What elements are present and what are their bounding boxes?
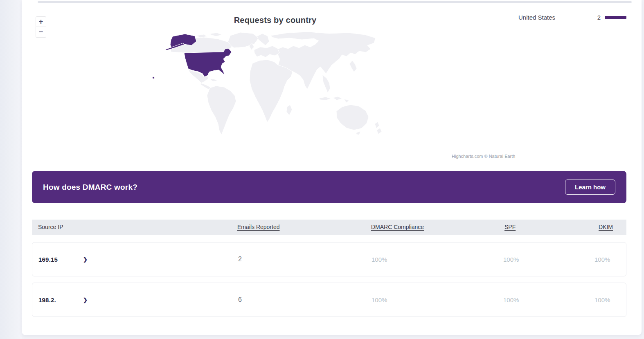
world-map-svg [147, 31, 417, 157]
map-hawaii-highlighted [153, 77, 155, 79]
plus-icon: + [39, 18, 43, 26]
map-tasmania [356, 131, 360, 135]
map-new-zealand [377, 128, 382, 134]
dmarc-compliance-value: 100% [372, 256, 387, 263]
column-header-source-ip: Source IP [38, 220, 63, 235]
map-zoom-controls: + − [36, 16, 46, 38]
map-japan [349, 61, 357, 72]
section-divider [38, 1, 632, 3]
map-africa [250, 60, 293, 122]
page-background-strip [0, 0, 22, 339]
dkim-value: 100% [594, 296, 610, 303]
map-arctic-island [196, 34, 207, 38]
chevron-right-icon[interactable]: ❯ [83, 297, 88, 303]
map-madagascar [286, 105, 292, 115]
map-indonesia [319, 97, 331, 100]
world-map-chart[interactable] [147, 31, 417, 157]
map-new-zealand [375, 122, 379, 128]
table-row[interactable]: 198.2. ❯ 6 100% 100% 100% [32, 283, 626, 317]
source-ip-value: 169.15 [38, 256, 58, 263]
map-new-guinea [344, 99, 349, 103]
dmarc-compliance-value: 100% [372, 296, 387, 303]
highcharts-attribution: Highcharts.com © Natural Earth [452, 154, 515, 159]
dmarc-info-banner: How does DMARC work? Learn how [32, 171, 626, 203]
map-legend: United States 2 [518, 13, 626, 21]
source-ip-value: 198.2. [38, 296, 56, 303]
map-greenland [227, 32, 259, 48]
zoom-out-button[interactable]: − [36, 27, 46, 38]
column-header-spf[interactable]: SPF [504, 220, 516, 235]
map-europe [254, 46, 279, 57]
legend-country-label: United States [518, 14, 555, 21]
map-scandinavia [257, 34, 269, 45]
spf-value: 100% [503, 296, 519, 303]
emails-reported-value: 6 [238, 296, 242, 303]
minus-icon: − [39, 28, 43, 36]
legend-value: 2 [597, 14, 601, 21]
map-arctic-island [209, 33, 222, 36]
column-header-dmarc-compliance[interactable]: DMARC Compliance [371, 220, 424, 235]
dmarc-dashboard-screen: + − Requests by country United States 2 [0, 0, 644, 339]
table-header: Source IP Emails Reported DMARC Complian… [32, 220, 626, 235]
map-caribbean [209, 79, 218, 81]
table-row[interactable]: 169.15 ❯ 2 100% 100% 100% [32, 242, 626, 276]
spf-value: 100% [503, 256, 519, 263]
map-indonesia [333, 97, 342, 100]
emails-reported-value: 2 [238, 256, 242, 263]
chart-title: Requests by country [188, 16, 362, 25]
legend-color-bar [605, 16, 626, 19]
learn-how-button[interactable]: Learn how [565, 180, 615, 195]
dkim-value: 100% [594, 256, 610, 263]
map-southeast-asia [322, 75, 330, 93]
chevron-right-icon[interactable]: ❯ [83, 256, 88, 263]
column-header-emails-reported[interactable]: Emails Reported [237, 220, 280, 235]
zoom-in-button[interactable]: + [36, 16, 46, 27]
map-south-america [207, 86, 236, 135]
banner-title: How does DMARC work? [43, 183, 137, 192]
column-header-dkim[interactable]: DKIM [599, 220, 613, 235]
map-australia [336, 105, 369, 130]
